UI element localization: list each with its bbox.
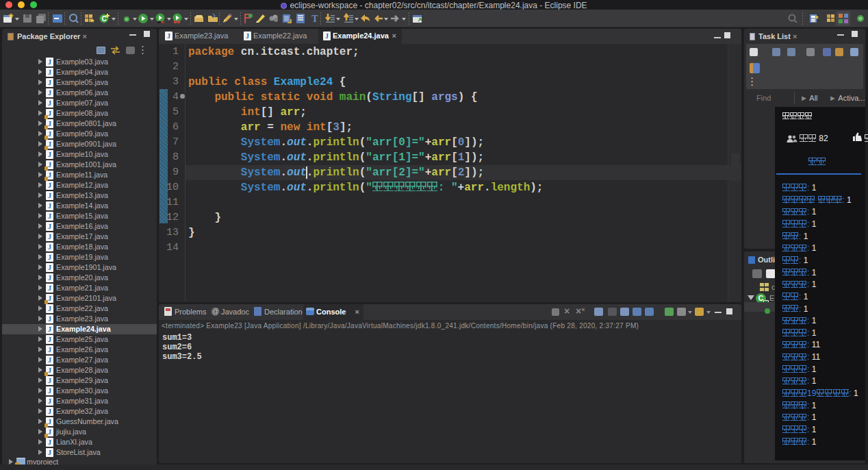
svg-text:T: T — [311, 14, 318, 24]
